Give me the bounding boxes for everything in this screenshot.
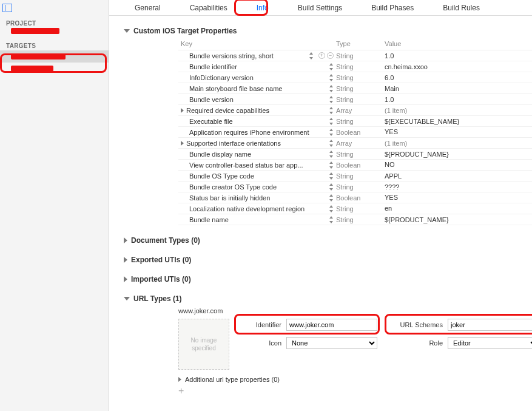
url-schemes-input[interactable] — [448, 319, 532, 331]
remove-row-button[interactable]: − — [327, 52, 334, 59]
plist-type: Boolean — [336, 194, 385, 202]
plist-row[interactable]: Bundle versionString1.0 — [178, 94, 532, 105]
disclosure-right-icon — [124, 257, 127, 263]
plist-row[interactable]: Application requires iPhone environmentB… — [178, 127, 532, 138]
plist-row[interactable]: View controller-based status bar app...B… — [178, 160, 532, 171]
plist-row[interactable]: InfoDictionary versionString6.0 — [178, 72, 532, 83]
key-stepper-icon[interactable] — [329, 216, 334, 224]
disclosure-down-icon — [124, 297, 130, 301]
identifier-input[interactable] — [286, 319, 377, 331]
disclosure-right-icon — [124, 276, 127, 282]
key-stepper-icon[interactable] — [329, 194, 334, 202]
plist-row[interactable]: Status bar is initially hiddenBooleanYES — [178, 192, 532, 203]
additional-label: Additional url type properties (0) — [185, 376, 280, 383]
plist-key: Bundle versions string, short — [189, 52, 274, 59]
plist-type: Boolean — [336, 129, 385, 136]
plist-row[interactable]: Executable fileString${EXECUTABLE_NAME} — [178, 116, 532, 127]
disclosure-right-icon — [124, 237, 127, 243]
tab-build-phases[interactable]: Build Phases — [368, 1, 417, 15]
plist-value[interactable]: 1.0 — [385, 52, 532, 59]
plist-row[interactable]: Bundle OS Type codeStringAPPL — [178, 171, 532, 182]
key-stepper-icon[interactable] — [329, 63, 334, 71]
key-stepper-icon[interactable] — [329, 183, 334, 191]
disclosure-right-icon[interactable] — [181, 108, 184, 113]
plist-key: Required device capabilities — [186, 107, 269, 114]
plist-row[interactable]: Bundle nameString${PRODUCT_NAME} — [178, 214, 532, 225]
key-stepper-icon[interactable] — [329, 172, 334, 180]
tab-capabilities[interactable]: Capabilities — [186, 1, 231, 15]
key-stepper-icon[interactable] — [329, 106, 334, 115]
section-title: URL Types (1) — [133, 294, 182, 303]
section-url-types[interactable]: URL Types (1) — [124, 294, 520, 303]
plist-value[interactable]: cn.heima.xxoo — [385, 63, 532, 70]
key-stepper-icon[interactable] — [329, 128, 334, 137]
plist-type: Array — [336, 140, 385, 147]
plist-value[interactable]: (1 item) — [385, 107, 532, 114]
section-document-types[interactable]: Document Types (0) — [124, 236, 520, 245]
plist-value[interactable]: ${PRODUCT_NAME} — [385, 216, 532, 223]
plist-type: String — [336, 63, 385, 70]
plist-value[interactable]: 6.0 — [385, 74, 532, 81]
key-stepper-icon[interactable] — [329, 84, 334, 93]
plist-type: String — [336, 85, 385, 92]
disclosure-right-icon[interactable] — [181, 141, 184, 146]
plist-value[interactable]: en — [385, 205, 532, 213]
tab-info[interactable]: Info — [253, 1, 272, 15]
add-row-button[interactable]: + — [318, 52, 325, 59]
tab-build-settings[interactable]: Build Settings — [294, 1, 346, 15]
url-type-name: www.joker.com — [178, 307, 223, 314]
plist-row[interactable]: Bundle identifierStringcn.heima.xxoo — [178, 61, 532, 72]
key-stepper-icon[interactable] — [329, 205, 334, 213]
tab-build-rules[interactable]: Build Rules — [439, 1, 483, 15]
target-row[interactable] — [0, 50, 109, 63]
key-stepper-icon[interactable] — [329, 161, 334, 169]
plist-value[interactable]: ${EXECUTABLE_NAME} — [385, 118, 532, 125]
plist-row[interactable]: Main storyboard file base nameStringMain — [178, 83, 532, 94]
tab-general[interactable]: General — [131, 1, 164, 15]
sidebar-targets-label: TARGETS — [6, 42, 109, 49]
plist-row[interactable]: Required device capabilitiesArray(1 item… — [178, 105, 532, 116]
section-custom-props[interactable]: Custom iOS Target Properties — [124, 27, 520, 35]
plist-table: Key Type Value Bundle versions string, s… — [178, 39, 532, 225]
plist-value[interactable]: ???? — [385, 183, 532, 191]
key-stepper-icon[interactable] — [329, 73, 334, 82]
section-exported-utis[interactable]: Exported UTIs (0) — [124, 256, 520, 264]
additional-url-props[interactable]: Additional url type properties (0) — [178, 376, 532, 383]
url-type-icon-dropzone[interactable]: No image specified — [178, 319, 229, 370]
icon-label: Icon — [239, 339, 281, 347]
plist-key: Localization native development region — [189, 205, 305, 212]
plist-value[interactable]: (1 item) — [385, 140, 532, 147]
plist-value[interactable]: YES — [385, 128, 532, 137]
plist-row[interactable]: Bundle creator OS Type codeString???? — [178, 182, 532, 192]
key-stepper-icon[interactable] — [329, 139, 334, 148]
plist-value[interactable]: NO — [385, 161, 532, 169]
plist-row[interactable]: Localization native development regionSt… — [178, 203, 532, 214]
role-select[interactable]: Editor — [448, 337, 532, 349]
key-stepper-icon[interactable] — [309, 52, 314, 60]
plist-key: Bundle version — [189, 96, 234, 103]
plist-value[interactable]: ${PRODUCT_NAME} — [385, 151, 532, 158]
plist-row[interactable]: Bundle display nameString${PRODUCT_NAME} — [178, 149, 532, 160]
url-schemes-label: URL Schemes — [388, 321, 443, 328]
plist-row[interactable]: Supported interface orientationsArray(1 … — [178, 138, 532, 149]
plist-value[interactable]: YES — [385, 194, 532, 202]
plist-row[interactable]: Bundle versions string, short+−String1.0 — [178, 50, 532, 61]
plist-type: String — [336, 172, 385, 180]
sidebar-toggle-icon[interactable] — [2, 4, 12, 12]
plist-value[interactable]: Main — [385, 85, 532, 92]
plist-key: Executable file — [189, 118, 233, 125]
plist-value[interactable]: APPL — [385, 172, 532, 180]
plist-key: Bundle creator OS Type code — [189, 183, 277, 191]
target-row[interactable] — [0, 63, 109, 75]
disclosure-down-icon — [124, 29, 130, 33]
section-title: Custom iOS Target Properties — [133, 27, 237, 35]
key-stepper-icon[interactable] — [329, 150, 334, 158]
add-url-type-button[interactable]: + — [178, 387, 188, 396]
section-imported-utis[interactable]: Imported UTIs (0) — [124, 275, 520, 284]
plist-type: Boolean — [336, 161, 385, 169]
key-stepper-icon[interactable] — [329, 95, 334, 104]
key-stepper-icon[interactable] — [329, 117, 334, 126]
icon-select[interactable]: None — [286, 337, 377, 349]
plist-value[interactable]: 1.0 — [385, 96, 532, 103]
content-area: Custom iOS Target Properties Key Type Va… — [109, 16, 532, 411]
